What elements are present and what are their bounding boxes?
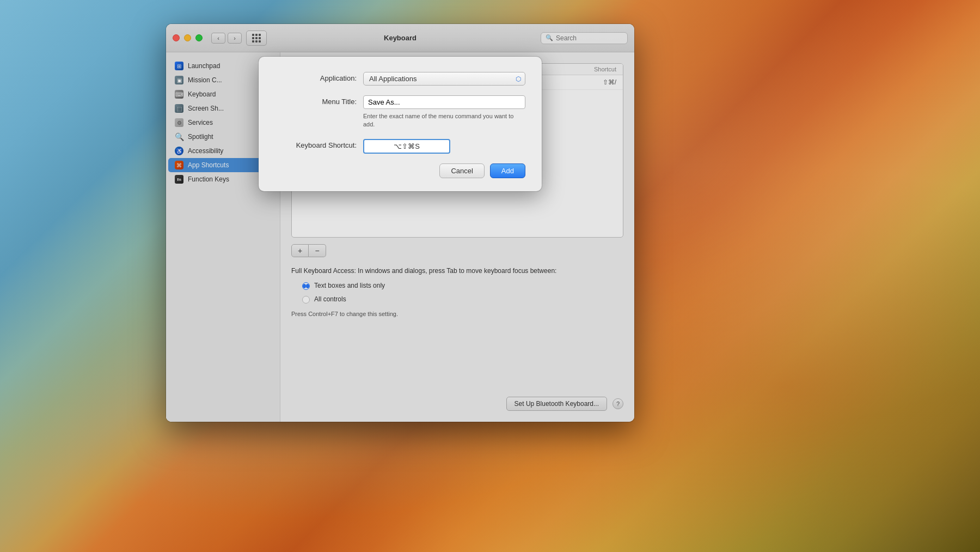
add-shortcut-modal: Application: All Applications ⬡ Menu Tit…: [259, 57, 542, 191]
menu-title-label: Menu Title:: [275, 95, 357, 106]
menu-title-input[interactable]: [363, 95, 525, 109]
modal-shortcut-row: Keyboard Shortcut:: [275, 139, 525, 154]
keyboard-shortcut-label: Keyboard Shortcut:: [275, 139, 357, 149]
modal-overlay: Application: All Applications ⬡ Menu Tit…: [166, 24, 634, 422]
shortcut-input-wrapper: [363, 139, 525, 154]
application-select[interactable]: All Applications: [363, 72, 525, 86]
modal-application-row: Application: All Applications ⬡: [275, 72, 525, 86]
application-select-wrapper: All Applications ⬡: [363, 72, 525, 86]
application-label: Application:: [275, 72, 357, 82]
modal-menu-title-row: Menu Title: Enter the exact name of the …: [275, 95, 525, 129]
menu-title-hint: Enter the exact name of the menu command…: [363, 112, 525, 129]
modal-buttons: Cancel Add: [275, 163, 525, 178]
add-button[interactable]: Add: [490, 163, 525, 178]
keyboard-shortcut-input[interactable]: [363, 139, 450, 154]
keyboard-preferences-window: ‹ › Keyboard 🔍 ⊞ Launchpad: [166, 24, 634, 422]
cancel-button[interactable]: Cancel: [439, 163, 484, 178]
